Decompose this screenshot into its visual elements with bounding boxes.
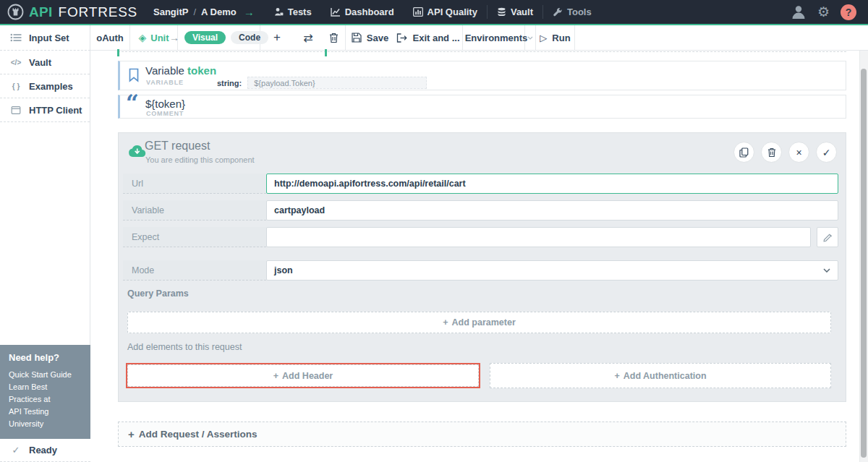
help-button[interactable]: ? — [841, 4, 856, 20]
breadcrumb-user[interactable]: SangitP — [153, 7, 188, 17]
tab-oauth-label: oAuth — [96, 33, 124, 43]
bookmark-icon — [128, 68, 140, 82]
field-row-mode: Mode json — [123, 260, 838, 281]
variable-value-field[interactable]: ${payload.Token} — [247, 77, 427, 89]
fortress-logo-icon — [7, 4, 24, 20]
composer-toolbar: Input Set oAuth ◈ Unit → Visual Code + ⇄… — [0, 25, 868, 51]
add-header-button[interactable]: + Add Header — [127, 364, 479, 387]
environments-button[interactable]: Environments — [463, 25, 525, 51]
add-header-highlight: + Add Header — [126, 363, 480, 388]
sidebar-item-input-set[interactable]: Input Set — [0, 25, 90, 51]
chevron-down-icon — [527, 36, 533, 40]
run-label: Run — [552, 33, 570, 43]
apifortress-logo[interactable]: APIFORTRESS — [0, 4, 153, 20]
run-button[interactable]: ▷ Run — [536, 25, 575, 51]
variable-field-label: Variable — [123, 200, 266, 221]
variable-input[interactable]: cartpayload — [266, 200, 838, 221]
expect-edit-button[interactable] — [817, 227, 838, 247]
comment-component[interactable]: “ ${token} COMMENT — [118, 95, 846, 119]
nav-api-quality[interactable]: API Quality — [404, 0, 487, 24]
variable-component[interactable]: Variable token VARIABLE string: ${payloa… — [118, 61, 846, 90]
query-params-heading: Query Params — [127, 288, 838, 299]
unit-icon: ◈ — [138, 32, 146, 43]
sidebar-item-examples[interactable]: { } Examples — [0, 74, 90, 98]
component-handle-tick — [117, 49, 119, 56]
save-button[interactable]: Save — [346, 25, 394, 51]
mode-value: json — [274, 265, 293, 275]
url-input[interactable]: http://demoapi.apifortress.com/api/retai… — [266, 174, 838, 194]
url-field-label: Url — [123, 174, 266, 194]
dashboard-chart-icon — [331, 7, 341, 17]
add-authentication-button[interactable]: + Add Authentication — [490, 363, 831, 388]
play-icon: ▷ — [540, 33, 547, 43]
trash-icon — [767, 147, 776, 158]
brand-api: API — [29, 4, 53, 20]
nav-dashboard[interactable]: Dashboard — [321, 0, 404, 24]
scrolled-component-edge — [118, 51, 846, 52]
help-link-quick-start[interactable]: Quick Start Guide — [9, 369, 82, 381]
header-right: ⚙ ? — [791, 4, 868, 20]
quote-icon: “ — [126, 91, 139, 116]
delete-request-button[interactable] — [761, 142, 782, 163]
braces-icon: { } — [10, 82, 22, 90]
variable-type-label: VARIABLE — [146, 79, 184, 86]
component-handle-tick — [325, 49, 327, 56]
nav-tests[interactable]: Tests — [265, 0, 321, 24]
input-set-list-icon — [10, 33, 22, 42]
settings-gear-icon[interactable]: ⚙ — [817, 5, 830, 19]
mode-select[interactable]: json — [266, 260, 838, 281]
sidebar-item-vault[interactable]: </> Vault — [0, 51, 90, 74]
cloud-download-icon — [128, 144, 146, 158]
copy-icon — [739, 147, 749, 158]
variable-component-title: Variable token — [145, 64, 216, 77]
delete-component-button[interactable] — [323, 25, 346, 51]
breadcrumb[interactable]: SangitP / A Demo → — [153, 6, 255, 18]
environments-dropdown-button[interactable] — [525, 25, 536, 51]
field-row-url: Url http://demoapi.apifortress.com/api/r… — [123, 174, 838, 194]
left-sidebar: </> Vault { } Examples HTTP Client Need … — [0, 51, 90, 462]
field-row-variable: Variable cartpayload — [123, 200, 838, 221]
tests-user-icon — [274, 7, 284, 17]
nav-tools-label: Tools — [567, 7, 592, 17]
save-label: Save — [367, 33, 388, 43]
comment-title: ${token} — [145, 98, 185, 110]
breadcrumb-project[interactable]: A Demo — [201, 7, 237, 17]
toolbar-filler — [575, 25, 868, 51]
expect-input[interactable] — [266, 227, 811, 247]
nav-tools[interactable]: Tools — [543, 0, 601, 24]
request-fields: Url http://demoapi.apifortress.com/api/r… — [119, 174, 846, 388]
add-request-assertions-button[interactable]: + Add Request / Assertions — [118, 422, 846, 447]
add-elements-label: Add elements to this request — [127, 342, 838, 352]
api-quality-chart-icon — [413, 7, 423, 17]
page-scrollbar[interactable] — [859, 51, 868, 462]
help-link-best-practices[interactable]: Learn Best Practices at — [9, 381, 82, 406]
field-row-expect: Expect — [123, 227, 838, 247]
reorder-components-button[interactable]: ⇄ — [294, 25, 323, 51]
browser-window-icon — [10, 106, 22, 114]
tab-oauth[interactable]: oAuth — [90, 25, 130, 51]
exit-label: Exit and ... — [412, 33, 459, 43]
confirm-edit-button[interactable]: ✓ — [816, 142, 837, 163]
app-header: APIFORTRESS SangitP / A Demo → Tests Das… — [0, 0, 868, 25]
get-request-editor: GET request You are editing this compone… — [118, 132, 846, 402]
comment-type-label: COMMENT — [146, 110, 184, 117]
get-request-subtitle: You are editing this component — [145, 155, 255, 164]
help-link-university[interactable]: API Testing University — [9, 406, 82, 430]
nav-dashboard-label: Dashboard — [345, 7, 394, 17]
sidebar-item-http-client[interactable]: HTTP Client — [0, 98, 90, 122]
cancel-edit-button[interactable]: × — [788, 142, 809, 163]
add-parameter-button[interactable]: + Add parameter — [127, 312, 831, 333]
visual-mode-button[interactable]: Visual — [184, 31, 226, 44]
duplicate-component-button[interactable] — [733, 142, 754, 163]
scrollbar-thumb[interactable] — [861, 69, 867, 458]
user-avatar-icon[interactable] — [791, 4, 807, 20]
exit-button[interactable]: Exit and ... — [394, 25, 463, 51]
need-help-box[interactable]: Need help? Quick Start Guide Learn Best … — [0, 345, 90, 439]
add-component-button[interactable]: + — [260, 25, 294, 51]
nav-vault-label: Vault — [511, 7, 533, 17]
get-request-header: GET request You are editing this compone… — [119, 133, 846, 174]
flow-arrow-icon: → — [169, 32, 179, 43]
nav-vault[interactable]: Vault — [488, 0, 542, 24]
variable-value-group: string: ${payload.Token} — [217, 77, 427, 89]
brand-fortress: FORTRESS — [59, 4, 138, 20]
